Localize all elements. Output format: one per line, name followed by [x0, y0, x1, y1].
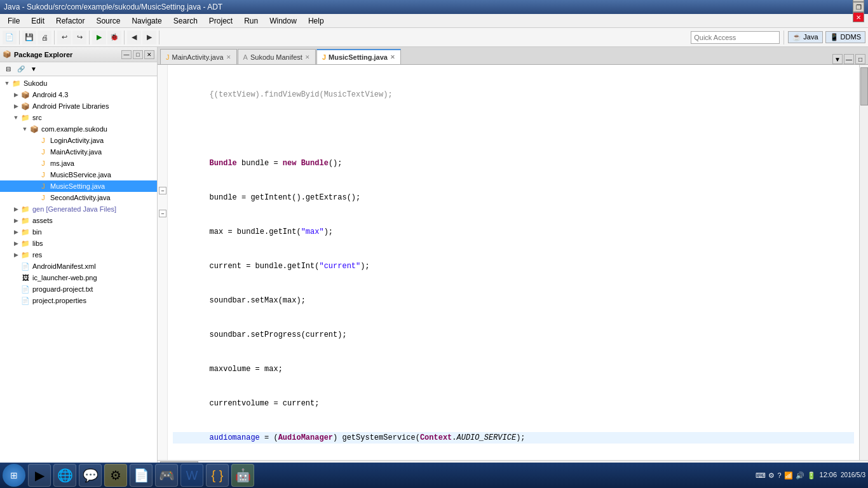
tab-manifest-label: Sukodu Manifest: [250, 53, 302, 61]
tab-musicsetting-label: MusicSetting.java: [329, 53, 388, 61]
vertical-scrollbar[interactable]: [859, 65, 868, 460]
taskbar-files-button[interactable]: 📄: [130, 464, 153, 487]
tab-mainactivity[interactable]: J MainActivity.java ✕: [160, 49, 237, 64]
toolbar-sep-5: [159, 30, 159, 44]
tree-item-secondactivity[interactable]: J SecondActivity.java: [0, 192, 157, 203]
tray-settings-icon: ⚙: [768, 471, 775, 480]
tree-item-android-private[interactable]: ▶ 📦 Android Private Libraries: [0, 100, 157, 112]
tab-java-icon: J: [166, 53, 170, 61]
menu-refactor[interactable]: Refactor: [51, 15, 90, 27]
taskbar-media-button[interactable]: ▶: [28, 464, 51, 487]
tree-item-res[interactable]: ▶ 📁 res: [0, 249, 157, 261]
collapse-btn-2[interactable]: −: [159, 210, 166, 217]
tree-item-src[interactable]: ▼ 📁 src: [0, 112, 157, 123]
tree-item-musicsetting[interactable]: J MusicSetting.java: [0, 180, 157, 192]
tree-item-sukodu[interactable]: ▼ 📁 Sukodu: [0, 78, 157, 89]
link-editor-button[interactable]: 🔗: [15, 64, 27, 75]
quick-access-input[interactable]: [691, 31, 780, 44]
menu-run[interactable]: Run: [239, 15, 263, 27]
toolbar-sep-1: [19, 30, 20, 44]
menu-bar: File Edit Refactor Source Navigate Searc…: [0, 14, 868, 28]
next-button[interactable]: ▶: [142, 30, 156, 44]
code-content-area[interactable]: {(textView).findViewByid(MusicTextView);…: [168, 65, 859, 460]
clock-time: 12:06: [820, 471, 837, 479]
main-layout: 📦 Package Explorer — □ ✕ ⊟ 🔗 ▼ ▼ 📁 Sukod…: [0, 47, 868, 469]
close-button[interactable]: ✕: [853, 12, 864, 22]
close-panel-button[interactable]: ✕: [144, 50, 154, 59]
tree-item-android43[interactable]: ▶ 📦 Android 4.3: [0, 89, 157, 100]
collapse-btn-1[interactable]: −: [159, 187, 166, 194]
tree-item-libs[interactable]: ▶ 📁 libs: [0, 238, 157, 249]
code-line-1: {(textView).findViewByid(MusicTextView);: [173, 89, 854, 100]
run-button[interactable]: ▶: [92, 30, 106, 44]
code-line-6: current = bundle.getInt( "current" );: [173, 261, 854, 272]
pe-menu-button[interactable]: ▼: [28, 64, 39, 75]
package-explorer-title: 📦 Package Explorer: [3, 50, 72, 58]
taskbar-right: ⌨ ⚙ ? 📶 🔊 🔋 12:06 2016/5/3: [756, 471, 865, 479]
tree-item-ms[interactable]: J ms.java: [0, 158, 157, 169]
menu-navigate[interactable]: Navigate: [126, 15, 166, 27]
tree-item-iclauncher[interactable]: 🖼 ic_launcher-web.png: [0, 272, 157, 283]
menu-file[interactable]: File: [3, 15, 25, 27]
taskbar-game-button[interactable]: 🎮: [155, 464, 178, 487]
taskbar-json-button[interactable]: { }: [206, 464, 229, 487]
tree-item-androidmanifest[interactable]: 📄 AndroidManifest.xml: [0, 261, 157, 272]
code-editor: − − {(textView).findViewByid(MusicTextVi…: [158, 65, 868, 460]
taskbar: ⊞ ▶ 🌐 💬 ⚙ 📄 🎮 W { } 🤖 ⌨ ⚙ ? 📶 🔊 🔋 12:06 …: [0, 463, 868, 488]
save-button[interactable]: 💾: [22, 30, 36, 44]
package-icon: 📦: [3, 50, 11, 58]
taskbar-word-button[interactable]: W: [180, 464, 203, 487]
collapse-all-button[interactable]: ⊟: [3, 64, 14, 75]
menu-source[interactable]: Source: [91, 15, 125, 27]
restore-button[interactable]: ❐: [853, 2, 864, 12]
scrollbar-thumb[interactable]: [860, 67, 868, 105]
debug-button[interactable]: 🐞: [107, 30, 121, 44]
tree-item-gen[interactable]: ▶ 📁 gen [Generated Java Files]: [0, 203, 157, 215]
menu-search[interactable]: Search: [168, 15, 203, 27]
tab-manifest-close[interactable]: ✕: [305, 54, 310, 60]
print-button[interactable]: 🖨: [37, 30, 51, 44]
taskbar-settings-button[interactable]: ⚙: [104, 464, 127, 487]
pe-toolbar: ⊟ 🔗 ▼: [0, 62, 157, 76]
menu-help[interactable]: Help: [303, 15, 329, 27]
taskbar-browser-button[interactable]: 🌐: [53, 464, 76, 487]
tab-manifest[interactable]: A Sukodu Manifest ✕: [238, 49, 316, 64]
prev-button[interactable]: ◀: [127, 30, 141, 44]
maximize-panel-button[interactable]: □: [133, 50, 143, 59]
code-line-11: audiomanage = ( AudioManager ) getSystem…: [173, 432, 854, 444]
redo-button[interactable]: ↪: [72, 30, 86, 44]
package-explorer-header: 📦 Package Explorer — □ ✕: [0, 47, 157, 62]
code-line-3: Bundle bundle = new Bundle ();: [173, 158, 854, 169]
maximize-editor-button[interactable]: □: [855, 54, 865, 64]
tab-musicsetting[interactable]: J MusicSetting.java ✕: [316, 49, 401, 64]
tab-list-button[interactable]: ▼: [832, 54, 843, 64]
windows-logo-icon: ⊞: [10, 470, 18, 480]
tab-mainactivity-close[interactable]: ✕: [226, 54, 231, 60]
undo-button[interactable]: ↩: [57, 30, 71, 44]
start-button[interactable]: ⊞: [3, 464, 25, 487]
tray-network-icon: 📶: [784, 471, 793, 480]
tree-item-project-properties[interactable]: 📄 project.properties: [0, 295, 157, 306]
ddms-perspective-button[interactable]: 📱 DDMS: [825, 31, 865, 43]
code-line-7: soundbar.setMax(max);: [173, 295, 854, 306]
tree-item-musicbservice[interactable]: J MusicBService.java: [0, 169, 157, 180]
new-button[interactable]: 📄: [3, 30, 17, 44]
tree-item-mainactivity[interactable]: J MainActivity.java: [0, 146, 157, 158]
tree-item-com-example[interactable]: ▼ 📦 com.example.sukodu: [0, 123, 157, 135]
taskbar-android-button[interactable]: 🤖: [231, 464, 254, 487]
menu-window[interactable]: Window: [264, 15, 302, 27]
tab-musicsetting-close[interactable]: ✕: [390, 54, 395, 60]
minimize-panel-button[interactable]: —: [121, 50, 132, 59]
code-line-5: max = bundle.getInt( "max" );: [173, 226, 854, 238]
tree-item-loginactivity[interactable]: J LoginActivity.java: [0, 135, 157, 146]
code-line-10: currentvolume = current;: [173, 398, 854, 409]
menu-edit[interactable]: Edit: [26, 15, 50, 27]
tree-item-bin[interactable]: ▶ 📁 bin: [0, 226, 157, 238]
taskbar-chat-button[interactable]: 💬: [79, 464, 102, 487]
code-line-4: bundle = getIntent().getExtras();: [173, 192, 854, 203]
tree-item-assets[interactable]: ▶ 📁 assets: [0, 215, 157, 226]
tree-item-proguard[interactable]: 📄 proguard-project.txt: [0, 283, 157, 295]
java-perspective-button[interactable]: ☕ Java: [788, 31, 822, 43]
minimize-editor-button[interactable]: —: [844, 54, 854, 64]
menu-project[interactable]: Project: [204, 15, 238, 27]
